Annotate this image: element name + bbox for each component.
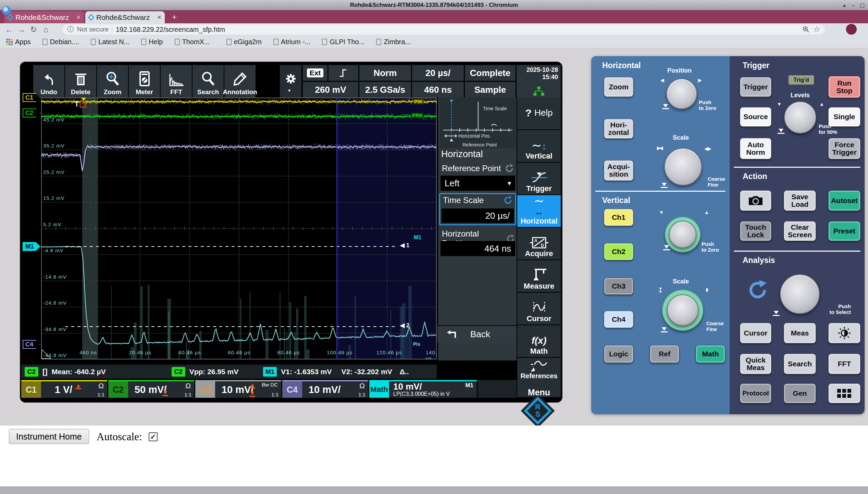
scope-screenshot[interactable]: Undo Delete Zoom Meter FFT Search Annota…: [21, 62, 562, 402]
status-sample-rate[interactable]: 2.5 GSa/s: [359, 82, 411, 98]
waveform-display[interactable]: T PIK PRK M1 ◀ 1 ◀ 2 Pis 45.2 mV35.2 mV2…: [41, 98, 437, 359]
forward-icon[interactable]: →: [15, 23, 27, 36]
bookmark-zimbra[interactable]: Zimbra...: [376, 38, 411, 46]
horizontal-scale-knob[interactable]: [664, 148, 702, 186]
hw-run-stop-button[interactable]: RunStop: [828, 76, 860, 98]
hw-force-trigger-button[interactable]: ForceTrigger: [828, 138, 860, 159]
trigger-levels-knob[interactable]: [784, 101, 816, 134]
navigation-knob[interactable]: [780, 274, 820, 314]
hw-touch-lock-button[interactable]: TouchLock: [740, 221, 771, 241]
scope-zoom-button[interactable]: Zoom: [97, 65, 128, 98]
reference-point-select[interactable]: Left ▾: [441, 176, 515, 191]
tab-close-icon[interactable]: ×: [157, 13, 161, 21]
gear-icon[interactable]: [285, 73, 296, 84]
scope-annotation-button[interactable]: Annotation: [224, 65, 256, 98]
c4-marker[interactable]: C4: [23, 340, 40, 349]
status-trigger-source[interactable]: Ext: [303, 65, 327, 81]
hw-meas-button[interactable]: Meas: [784, 323, 816, 343]
hw-acquisition-button[interactable]: Acqui-sition: [604, 160, 633, 181]
scope-meter-button[interactable]: Meter: [129, 65, 160, 98]
maximize-icon[interactable]: ▢: [858, 0, 867, 10]
back-button[interactable]: Back: [437, 325, 517, 342]
status-horizontal-position[interactable]: 460 ns: [412, 82, 464, 98]
horizontal-position-value[interactable]: 464 ns: [441, 241, 515, 256]
reload-icon[interactable]: ↻: [27, 23, 40, 36]
hw-screenshot-button[interactable]: [740, 190, 771, 211]
hw-zoom-button[interactable]: Zoom: [604, 77, 633, 97]
sidebar-item-horizontal[interactable]: ∼↔ Horizontal: [517, 195, 561, 227]
profile-avatar[interactable]: [846, 24, 857, 35]
hw-protocol-button[interactable]: Protocol: [740, 383, 771, 403]
bookmark-help[interactable]: Help: [141, 38, 163, 46]
status-trigger-slope[interactable]: [328, 65, 358, 81]
sidebar-item-acquire[interactable]: AD Acquire: [517, 228, 561, 259]
bookmark-glpi[interactable]: GLPI Tho...: [322, 38, 364, 46]
hw-quick-meas-button[interactable]: QuickMeas: [740, 354, 771, 374]
channel-c2[interactable]: C2 50 mV/ ▼ Ω 1:1: [108, 380, 194, 398]
hw-horizontal-button[interactable]: Hori-zontal: [604, 119, 633, 139]
channel-math[interactable]: Math 10 mV/ M1 LP(C3,3.000E+05) in V: [369, 380, 477, 398]
keep-on-top-icon[interactable]: ▴: [840, 0, 849, 10]
hw-math-button[interactable]: Math: [696, 345, 725, 363]
channel-c1[interactable]: C1 1 V/ ▲ Ω 1:1: [21, 380, 107, 398]
horizontal-position-knob[interactable]: [666, 78, 697, 109]
scope-fft-button[interactable]: FFT: [161, 65, 192, 98]
hw-cursor-button[interactable]: Cursor: [740, 323, 771, 343]
trigger-time-marker[interactable]: T: [75, 100, 79, 108]
hw-trigger-button[interactable]: Trigger: [740, 77, 771, 97]
back-icon[interactable]: ←: [3, 23, 15, 36]
sidebar-item-menu[interactable]: Menu: [517, 388, 561, 397]
status-acquisition-state[interactable]: Complete: [465, 65, 516, 81]
scope-undo-button[interactable]: Undo: [33, 65, 64, 98]
hw-gen-button[interactable]: Gen: [784, 383, 816, 403]
bookmark-thomx[interactable]: ThomX...: [175, 38, 210, 46]
status-acquisition-mode[interactable]: Sample: [465, 82, 516, 98]
hw-ch4-button[interactable]: Ch4: [604, 311, 633, 328]
status-trigger-mode[interactable]: Norm: [359, 65, 411, 81]
c2-marker[interactable]: C2: [23, 109, 40, 117]
scope-search-button[interactable]: Search: [193, 65, 224, 98]
new-tab-button[interactable]: +: [169, 13, 180, 22]
hw-auto-norm-button[interactable]: AutoNorm: [740, 138, 771, 159]
tab-close-icon[interactable]: ×: [76, 13, 80, 21]
channel-c3[interactable]: C3 10 mV/ ▲ ▼ Bw DC 1:1: [195, 380, 281, 398]
hw-ch2-button[interactable]: Ch2: [604, 243, 633, 260]
vertical-scale-knob[interactable]: [667, 294, 698, 326]
scope-delete-button[interactable]: Delete: [65, 65, 96, 98]
sidebar-item-cursor[interactable]: Cursor: [517, 293, 561, 325]
time-scale-value[interactable]: 20 µs/: [442, 208, 514, 223]
bookmark-star-icon[interactable]: ☆: [813, 25, 820, 34]
hw-search-button[interactable]: Search: [784, 354, 816, 374]
hw-source-button[interactable]: Source: [740, 107, 771, 127]
info-icon[interactable]: ⓘ: [67, 25, 74, 34]
minimize-icon[interactable]: –: [849, 0, 858, 10]
bookmark-atrium[interactable]: Atrium -...: [273, 38, 311, 46]
hw-fft-button[interactable]: FFT: [828, 354, 860, 374]
vertical-position-knob[interactable]: [669, 221, 696, 248]
bookmark-apps[interactable]: Apps: [6, 38, 31, 46]
channel-c4[interactable]: C4 10 mV/ Ω 1:1: [282, 380, 368, 398]
tab-rohde-schwarz-2[interactable]: Rohde&Schwarz ×: [85, 11, 165, 23]
tab-rohde-schwarz-1[interactable]: Rohde&Schwarz ×: [4, 11, 84, 23]
hw-autoset-button[interactable]: Autoset: [828, 190, 860, 211]
cursor1-marker[interactable]: ◀ 1: [400, 242, 409, 249]
bookmark-debian[interactable]: Debian....: [42, 38, 79, 46]
hw-intensity-button[interactable]: [828, 323, 860, 343]
reset-icon[interactable]: [504, 196, 512, 205]
sidebar-item-vertical[interactable]: ∼↕ Vertical: [517, 130, 561, 162]
hw-save-load-button[interactable]: SaveLoad: [784, 190, 816, 211]
sidebar-item-trigger[interactable]: Trigger: [517, 163, 561, 194]
sidebar-item-help[interactable]: ? Help: [517, 98, 561, 129]
bookmark-egiga2m[interactable]: eGiga2m: [226, 38, 262, 46]
time-scale-setting[interactable]: Time Scale 20 µs/: [439, 193, 516, 225]
hw-logic-button[interactable]: Logic: [604, 345, 633, 363]
hw-ch1-button[interactable]: Ch1: [604, 209, 633, 226]
cursor2-marker[interactable]: ◀ 2: [400, 322, 409, 329]
instrument-home-button[interactable]: Instrument Home: [9, 429, 89, 444]
reset-icon[interactable]: [505, 164, 514, 173]
url-text[interactable]: 192.168.229.22/screencam_sfp.htm: [116, 26, 799, 34]
autoscale-checkbox[interactable]: ✓: [149, 432, 158, 441]
sidebar-item-measure[interactable]: Measure: [517, 260, 561, 292]
m1-marker[interactable]: M1: [23, 242, 40, 251]
sidebar-item-math[interactable]: f(x) Math: [517, 325, 561, 357]
